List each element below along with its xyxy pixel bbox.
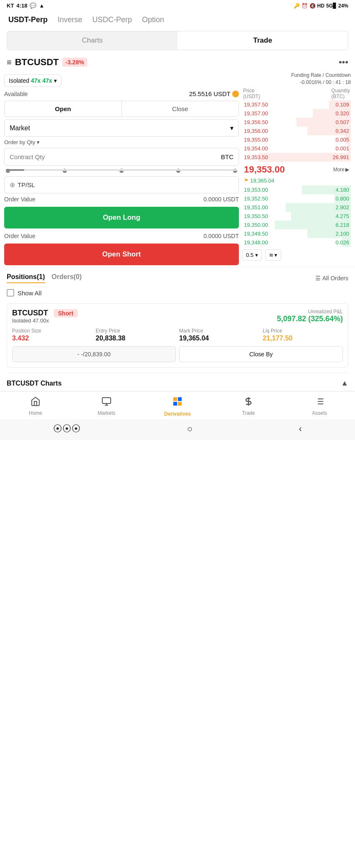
current-price: 19,353.00 — [244, 164, 285, 175]
all-orders-button[interactable]: ☰ All Orders — [315, 275, 348, 282]
markets-icon — [101, 396, 112, 409]
bottom-nav-home[interactable]: Home — [0, 396, 71, 416]
ask-row-0: 19,357.50 0.109 — [242, 100, 351, 109]
isolated-badge[interactable]: Isolated 47x 47x ▾ — [4, 74, 61, 87]
position-size-metric: Position Size 3.432 — [12, 328, 92, 342]
mark-price-metric-label: Mark Price — [179, 328, 259, 334]
all-orders-label: All Orders — [322, 275, 348, 282]
more-options-icon[interactable]: ••• — [339, 57, 348, 68]
bid-row-3: 19,350.50 4.275 — [242, 212, 351, 221]
bottom-nav-assets[interactable]: Assets — [284, 396, 355, 416]
depth-row: 0.5 ▾ ≋ ▾ — [242, 249, 351, 261]
order-value-row-top: Order Value 0.0000 USDT — [4, 196, 239, 203]
svg-rect-4 — [178, 397, 182, 401]
bottom-nav-trade[interactable]: Trade — [213, 396, 284, 416]
bid-row-5: 19,349.50 2.100 — [242, 229, 351, 238]
top-nav: USDT-Perp Inverse USDC-Perp Option — [0, 11, 355, 28]
add-icon[interactable] — [232, 91, 239, 97]
bottom-nav-derivatives[interactable]: Derivatives — [142, 396, 213, 417]
open-short-button[interactable]: Open Short — [4, 244, 239, 265]
charts-collapse-button[interactable]: ▲ — [341, 379, 348, 388]
svg-rect-3 — [173, 397, 177, 401]
qty-header: Quantity(BTC) — [331, 88, 350, 99]
trade-icon — [243, 396, 254, 409]
list-icon: ☰ — [315, 275, 321, 282]
order-value-label-top: Order Value — [4, 196, 35, 203]
order-by-chevron-icon: ▾ — [37, 139, 40, 145]
funding-rate-value: -0.0016% / 00 : 41 : 18 — [300, 79, 351, 85]
slider-row[interactable] — [4, 169, 239, 173]
chart-lines-icon: ≋ — [269, 252, 274, 258]
mark-price-metric-value: 19,365.04 — [179, 335, 259, 342]
ask-row-6: 19,353.50 26.991 — [242, 153, 351, 162]
liq-price-label: Liq Price — [263, 328, 343, 334]
close-by-button[interactable]: Close By — [179, 346, 343, 362]
symbol-row: ≡ BTCUSDT -3.28% ••• — [0, 53, 355, 72]
position-card: BTCUSDT Short Isolated 47.00x Unrealized… — [7, 303, 348, 368]
menu-icon[interactable]: ≡ — [7, 58, 12, 67]
bottom-nav: Home Markets Derivatives Trade Assets — [0, 391, 355, 419]
open-long-button[interactable]: Open Long — [4, 207, 239, 228]
price-change-badge: -3.28% — [62, 58, 87, 67]
nav-option[interactable]: Option — [142, 14, 164, 26]
isolated-label: Isolated — [9, 77, 29, 84]
hd-badge: HD — [317, 3, 325, 9]
open-tab[interactable]: Open — [5, 101, 122, 117]
bid-row-2: 19,351.00 2.902 — [242, 203, 351, 212]
assets-icon — [314, 396, 325, 409]
available-row: Available 25.5516 USDT — [4, 90, 239, 97]
market-dropdown[interactable]: Market ▾ — [4, 119, 239, 137]
order-by-row[interactable]: Order by Qty ▾ — [4, 139, 239, 145]
status-bar: KT 4:18 💬 ▲ 🔑 ⏰ 🔇 HD 5G▊ 24% — [0, 0, 355, 11]
available-label: Available — [4, 91, 28, 97]
show-all-checkbox[interactable] — [7, 289, 14, 297]
main-content: Isolated 47x 47x ▾ Available 25.5516 USD… — [0, 72, 355, 267]
nav-usdt-perp[interactable]: USDT-Perp — [8, 14, 48, 26]
charts-section-title: BTCUSDT Charts — [7, 380, 62, 387]
liq-price-value: 21,177.50 — [263, 335, 343, 342]
time: 4:18 — [16, 3, 27, 9]
battery: 24% — [338, 3, 348, 9]
key-icon: 🔑 — [294, 3, 300, 9]
bottom-nav-markets[interactable]: Markets — [71, 396, 142, 416]
contract-qty-field[interactable] — [10, 153, 221, 160]
nav-inverse[interactable]: Inverse — [58, 14, 82, 26]
trade-tab[interactable]: Trade — [178, 31, 348, 50]
chart-type-button[interactable]: ≋ ▾ — [265, 249, 281, 261]
ask-row-3: 19,356.00 0.342 — [242, 127, 351, 135]
bid-row-6: 19,348.00 0.026 — [242, 238, 351, 247]
show-all-label: Show All — [18, 289, 42, 297]
pos-leverage: Isolated 47.00x — [12, 317, 78, 324]
orders-tab[interactable]: Orders(0) — [52, 273, 82, 283]
depth-select[interactable]: 0.5 ▾ — [242, 249, 262, 261]
order-value-top: 0.0000 USDT — [203, 196, 239, 203]
system-menu-button[interactable]: ⦿⦿⦿ — [53, 424, 81, 434]
derivatives-icon — [172, 396, 183, 410]
nav-usdc-perp[interactable]: USDC-Perp — [92, 14, 132, 26]
pos-tabs: Positions(1) Orders(0) — [7, 273, 82, 283]
location-icon: ▲ — [39, 3, 44, 9]
system-back-button[interactable]: ‹ — [299, 424, 302, 434]
pos-card-header: BTCUSDT Short Isolated 47.00x Unrealized… — [12, 309, 343, 324]
signal-icon: 5G▊ — [326, 3, 337, 9]
position-size-label: Position Size — [12, 328, 92, 334]
tpsl-row[interactable]: ⊕ TP/SL — [4, 176, 239, 193]
charts-tab[interactable]: Charts — [7, 31, 178, 50]
pos-symbol: BTCUSDT — [12, 309, 48, 317]
chat-icon: 💬 — [30, 3, 36, 9]
ob-headers: Price(USDT) Quantity(BTC) — [242, 88, 351, 99]
open-close-row: Open Close — [4, 101, 239, 117]
more-button[interactable]: More ▶ — [333, 167, 349, 173]
entry-price-value: 20,838.38 — [96, 335, 176, 342]
positions-header: Positions(1) Orders(0) ☰ All Orders — [0, 267, 355, 286]
mark-price-value: 19,365.04 — [250, 178, 274, 184]
tp-sl-action-button[interactable]: - -/20,839.00 — [12, 346, 176, 362]
close-tab[interactable]: Close — [122, 101, 239, 117]
entry-price-metric: Entry Price 20,838.38 — [96, 328, 176, 342]
tpsl-label: TP/SL — [18, 181, 35, 188]
charts-section: BTCUSDT Charts ▲ — [7, 373, 348, 388]
positions-tab[interactable]: Positions(1) — [7, 273, 45, 283]
current-price-row: 19,353.00 More ▶ — [242, 162, 351, 178]
ask-row-5: 19,354.00 0.001 — [242, 144, 351, 153]
system-home-button[interactable]: ○ — [187, 424, 193, 434]
